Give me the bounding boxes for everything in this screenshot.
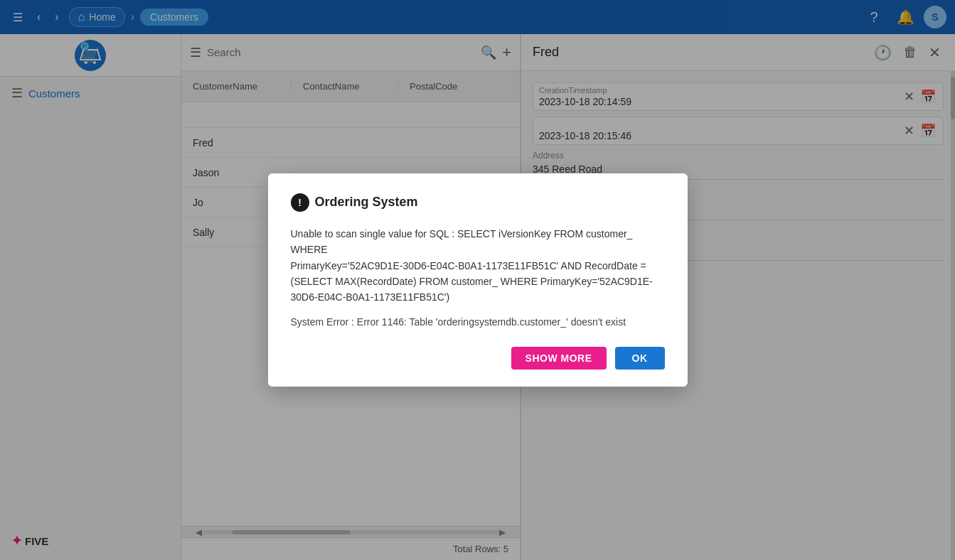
dialog-title: ! Ordering System <box>291 193 665 212</box>
dialog-body: Unable to scan single value for SQL : SE… <box>291 226 665 330</box>
error-dialog: ! Ordering System Unable to scan single … <box>268 173 688 387</box>
ok-button[interactable]: OK <box>615 347 665 370</box>
dialog-footer: SHOW MORE OK <box>291 347 665 370</box>
modal-overlay: ! Ordering System Unable to scan single … <box>0 0 955 560</box>
show-more-button[interactable]: SHOW MORE <box>511 347 607 370</box>
dialog-sql-message: Unable to scan single value for SQL : SE… <box>291 226 665 306</box>
dialog-title-text: Ordering System <box>315 195 418 210</box>
dialog-error-message: System Error : Error 1146: Table 'orderi… <box>291 314 665 330</box>
warning-icon: ! <box>291 193 309 212</box>
